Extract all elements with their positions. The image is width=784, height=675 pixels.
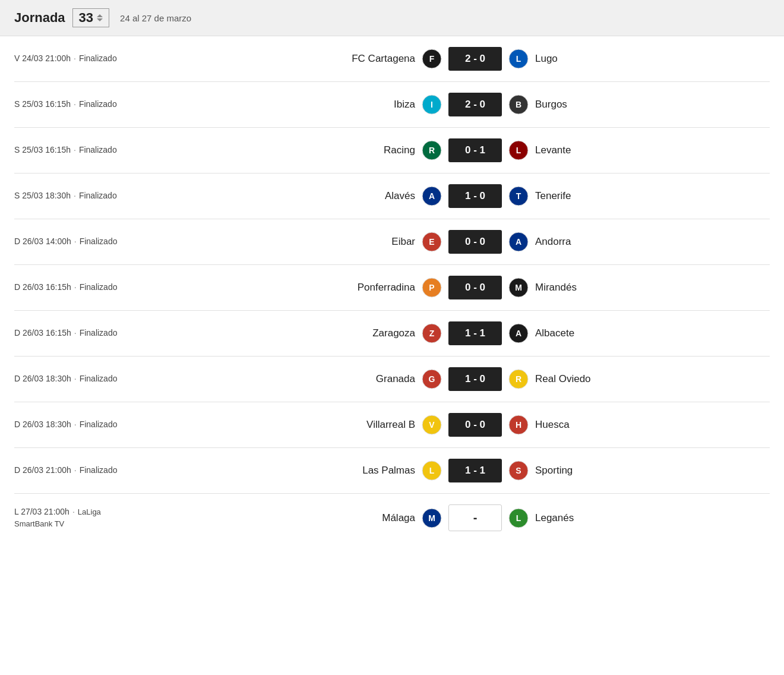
svg-text:M: M: [515, 283, 522, 292]
svg-text:Z: Z: [429, 329, 435, 338]
away-team: H Huesca: [508, 414, 638, 436]
away-team: A Andorra: [508, 231, 638, 253]
match-row[interactable]: D 26/03 16:15h·Finalizado Zaragoza Z 1 -…: [14, 311, 770, 357]
match-info: S 25/03 18:30h·Finalizado: [14, 190, 181, 202]
home-team: Zaragoza Z: [312, 323, 442, 344]
match-info: D 26/03 16:15h·Finalizado: [14, 282, 181, 294]
match-info: D 26/03 14:00h·Finalizado: [14, 236, 181, 248]
match-row[interactable]: S 25/03 18:30h·Finalizado Alavés A 1 - 0…: [14, 174, 770, 219]
home-team-badge: Z: [421, 323, 442, 344]
score-box: 2 - 0: [448, 47, 502, 71]
away-team-badge: S: [508, 460, 529, 481]
match-info: S 25/03 16:15h·Finalizado: [14, 99, 181, 111]
away-team-name: Mirandés: [535, 282, 577, 294]
svg-text:E: E: [429, 237, 434, 247]
teams-area: Eibar E 0 - 0 A Andorra: [181, 230, 770, 254]
svg-text:H: H: [516, 420, 521, 430]
match-row[interactable]: D 26/03 21:00h·Finalizado Las Palmas L 1…: [14, 448, 770, 494]
away-team: T Tenerife: [508, 185, 638, 207]
home-team: Villarreal B V: [312, 414, 442, 436]
svg-text:S: S: [516, 466, 521, 475]
away-team-badge: B: [508, 94, 529, 115]
teams-area: Zaragoza Z 1 - 1 A Albacete: [181, 321, 770, 345]
away-team-name: Real Oviedo: [535, 373, 591, 385]
away-team-badge: R: [508, 368, 529, 390]
away-team-name: Levante: [535, 144, 571, 156]
score-box: 1 - 1: [448, 321, 502, 345]
home-team: Ponferradina P: [312, 277, 442, 298]
match-info: S 25/03 16:15h·Finalizado: [14, 144, 181, 156]
away-team-badge: T: [508, 185, 529, 207]
match-row[interactable]: S 25/03 16:15h·Finalizado Racing R 0 - 1…: [14, 128, 770, 174]
home-team-name: FC Cartagena: [352, 53, 415, 65]
away-team-name: Tenerife: [535, 190, 571, 202]
svg-text:B: B: [516, 100, 521, 109]
svg-text:A: A: [516, 237, 521, 247]
home-team-name: Granada: [376, 373, 415, 385]
match-info: D 26/03 16:15h·Finalizado: [14, 327, 181, 339]
score-box: 0 - 1: [448, 138, 502, 162]
svg-text:G: G: [429, 374, 435, 384]
home-team: FC Cartagena F: [312, 48, 442, 70]
away-team: B Burgos: [508, 94, 638, 115]
away-team: L Leganés: [508, 507, 638, 529]
home-team: Racing R: [312, 140, 442, 161]
home-team: Eibar E: [312, 231, 442, 253]
home-team-badge: P: [421, 277, 442, 298]
score-box: -: [448, 504, 502, 531]
home-team-name: Eibar: [391, 236, 415, 248]
teams-area: Las Palmas L 1 - 1 S Sporting: [181, 459, 770, 482]
score-box: 0 - 0: [448, 276, 502, 299]
svg-text:M: M: [428, 513, 435, 523]
away-team-badge: L: [508, 48, 529, 70]
home-team-badge: A: [421, 185, 442, 207]
score-box: 1 - 1: [448, 459, 502, 482]
score-box: 0 - 0: [448, 230, 502, 254]
teams-area: Ibiza I 2 - 0 B Burgos: [181, 93, 770, 116]
teams-area: Villarreal B V 0 - 0 H Huesca: [181, 413, 770, 437]
teams-area: Granada G 1 - 0 R Real Oviedo: [181, 367, 770, 391]
score-box: 1 - 0: [448, 367, 502, 391]
away-team-name: Albacete: [535, 327, 574, 339]
away-team-name: Burgos: [535, 99, 567, 111]
jornada-dates: 24 al 27 de marzo: [120, 13, 191, 23]
match-row[interactable]: L 27/03 21:00h·LaLigaSmartBank TV Málaga…: [14, 494, 770, 542]
svg-text:F: F: [429, 54, 435, 64]
away-team-badge: L: [508, 507, 529, 529]
home-team-badge: F: [421, 48, 442, 70]
match-info: L 27/03 21:00h·LaLigaSmartBank TV: [14, 506, 181, 529]
home-team: Alavés A: [312, 185, 442, 207]
match-row[interactable]: D 26/03 16:15h·Finalizado Ponferradina P…: [14, 265, 770, 311]
home-team-badge: V: [421, 414, 442, 436]
away-team: L Levante: [508, 140, 638, 161]
jornada-stepper[interactable]: [97, 14, 103, 21]
home-team-name: Ibiza: [394, 99, 415, 111]
score-box: 0 - 0: [448, 413, 502, 437]
home-team-badge: R: [421, 140, 442, 161]
match-row[interactable]: D 26/03 18:30h·Finalizado Villarreal B V…: [14, 402, 770, 448]
match-row[interactable]: D 26/03 18:30h·Finalizado Granada G 1 - …: [14, 357, 770, 402]
home-team-badge: M: [421, 507, 442, 529]
away-team: L Lugo: [508, 48, 638, 70]
jornada-number-box: 33: [72, 8, 109, 27]
match-info: D 26/03 21:00h·Finalizado: [14, 465, 181, 477]
away-team-name: Huesca: [535, 419, 570, 431]
home-team-badge: E: [421, 231, 442, 253]
teams-area: Alavés A 1 - 0 T Tenerife: [181, 184, 770, 208]
svg-text:P: P: [429, 283, 434, 292]
home-team: Granada G: [312, 368, 442, 390]
teams-area: Málaga M - L Leganés: [181, 504, 770, 531]
home-team-name: Zaragoza: [372, 327, 415, 339]
away-team-badge: M: [508, 277, 529, 298]
svg-text:R: R: [516, 374, 521, 384]
match-row[interactable]: V 24/03 21:00h·Finalizado FC Cartagena F…: [14, 36, 770, 82]
home-team: Las Palmas L: [312, 460, 442, 481]
teams-area: FC Cartagena F 2 - 0 L Lugo: [181, 47, 770, 71]
away-team-badge: A: [508, 323, 529, 344]
match-row[interactable]: S 25/03 16:15h·Finalizado Ibiza I 2 - 0 …: [14, 82, 770, 128]
svg-text:A: A: [516, 329, 521, 338]
home-team-name: Málaga: [382, 512, 415, 524]
score-box: 2 - 0: [448, 93, 502, 116]
match-row[interactable]: D 26/03 14:00h·Finalizado Eibar E 0 - 0 …: [14, 219, 770, 265]
svg-text:L: L: [516, 513, 521, 523]
